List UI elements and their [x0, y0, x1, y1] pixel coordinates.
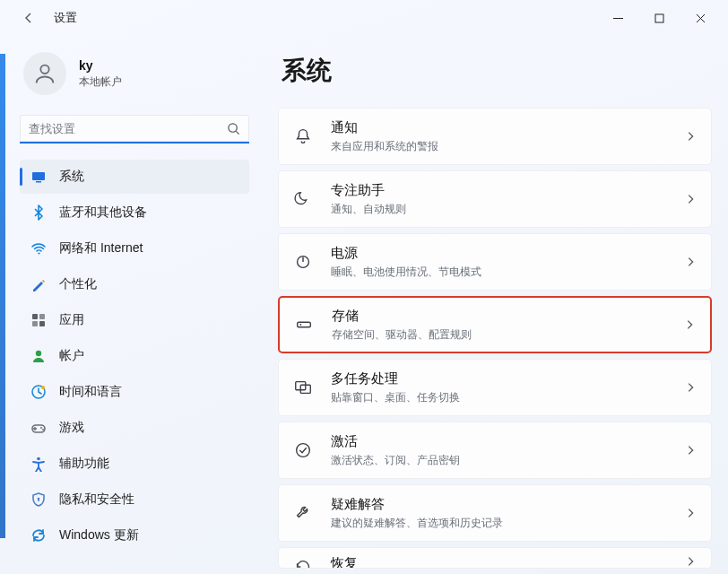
sidebar-item-label: 应用: [59, 312, 84, 328]
maximize-icon: [654, 13, 664, 23]
close-icon: [696, 13, 706, 23]
minimize-button[interactable]: [597, 4, 638, 32]
search-input[interactable]: [20, 115, 249, 144]
card-subtitle: 贴靠窗口、桌面、任务切换: [331, 390, 668, 405]
sidebar-item-update[interactable]: Windows 更新: [20, 518, 249, 552]
personalize-icon: [30, 276, 47, 292]
page-title: 系统: [278, 54, 714, 88]
settings-list: 通知来自应用和系统的警报专注助手通知、自动规则电源睡眠、电池使用情况、节电模式存…: [278, 108, 714, 574]
card-subtitle: 来自应用和系统的警报: [331, 139, 668, 154]
setting-card-recovery[interactable]: 恢复: [278, 547, 712, 569]
window-controls: [597, 4, 721, 32]
bluetooth-icon: [30, 204, 47, 221]
sidebar-item-label: 网络和 Internet: [59, 240, 143, 257]
settings-window: 设置 ky 本地帐户: [0, 0, 728, 574]
svg-rect-0: [613, 18, 623, 19]
time-icon: [30, 384, 47, 400]
chevron-right-icon: [684, 555, 697, 568]
card-title: 存储: [332, 308, 667, 325]
privacy-icon: [30, 491, 47, 508]
back-arrow-icon: [22, 11, 36, 25]
sidebar-item-gaming[interactable]: 游戏: [20, 411, 249, 445]
setting-card-activation[interactable]: 激活激活状态、订阅、产品密钥: [278, 422, 712, 479]
chevron-right-icon: [684, 130, 697, 143]
user-subtitle: 本地帐户: [79, 74, 122, 90]
titlebar: 设置: [0, 0, 728, 36]
svg-point-2: [40, 65, 48, 74]
sidebar: ky 本地帐户 系统蓝牙和其他设备网络和 Internet个性化应用帐户时间和语…: [0, 36, 269, 574]
accounts-icon: [30, 348, 47, 364]
sidebar-item-label: 时间和语言: [59, 384, 122, 400]
user-block[interactable]: ky 本地帐户: [20, 52, 249, 95]
chevron-right-icon: [683, 318, 696, 331]
sidebar-item-label: 系统: [59, 169, 84, 185]
sidebar-item-personalize[interactable]: 个性化: [20, 267, 249, 301]
apps-icon: [30, 312, 47, 328]
sidebar-item-label: 辅助功能: [59, 456, 109, 472]
sidebar-item-accounts[interactable]: 帐户: [20, 339, 249, 373]
setting-card-multitask[interactable]: 多任务处理贴靠窗口、桌面、任务切换: [278, 359, 712, 416]
card-subtitle: 存储空间、驱动器、配置规则: [332, 327, 667, 343]
card-title: 疑难解答: [331, 496, 668, 513]
bell-icon: [291, 125, 315, 148]
sidebar-item-time[interactable]: 时间和语言: [20, 375, 249, 409]
card-title: 通知: [331, 119, 668, 136]
card-title: 多任务处理: [331, 370, 668, 387]
recovery-icon: [291, 555, 315, 569]
search-box[interactable]: [20, 115, 249, 144]
card-title: 激活: [331, 433, 668, 450]
body: ky 本地帐户 系统蓝牙和其他设备网络和 Internet个性化应用帐户时间和语…: [0, 36, 728, 574]
chevron-right-icon: [684, 444, 697, 457]
main: 系统 通知来自应用和系统的警报专注助手通知、自动规则电源睡眠、电池使用情况、节电…: [269, 36, 728, 574]
multitask-icon: [291, 376, 315, 399]
maximize-button[interactable]: [638, 4, 680, 32]
sidebar-item-label: 帐户: [59, 348, 84, 364]
sidebar-item-label: 蓝牙和其他设备: [59, 204, 147, 221]
sidebar-item-accessibility[interactable]: 辅助功能: [20, 447, 249, 481]
storage-icon: [292, 313, 316, 336]
sidebar-item-privacy[interactable]: 隐私和安全性: [20, 483, 249, 517]
avatar: [23, 52, 66, 95]
sidebar-nav: 系统蓝牙和其他设备网络和 Internet个性化应用帐户时间和语言游戏辅助功能隐…: [20, 160, 249, 567]
svg-point-3: [229, 124, 237, 132]
person-icon: [32, 61, 57, 86]
card-subtitle: 通知、自动规则: [331, 202, 668, 217]
moon-icon: [291, 187, 315, 211]
update-icon: [30, 527, 47, 544]
close-button[interactable]: [680, 4, 721, 32]
minimize-icon: [613, 13, 623, 23]
sidebar-item-label: 隐私和安全性: [59, 491, 134, 508]
card-title: 专注助手: [331, 182, 668, 199]
card-title: 恢复: [331, 555, 668, 569]
sidebar-item-bluetooth[interactable]: 蓝牙和其他设备: [20, 196, 249, 230]
sidebar-item-wifi[interactable]: 网络和 Internet: [20, 231, 249, 265]
sidebar-item-apps[interactable]: 应用: [20, 303, 249, 337]
setting-card-moon[interactable]: 专注助手通知、自动规则: [278, 170, 712, 228]
chevron-right-icon: [684, 507, 697, 519]
setting-card-bell[interactable]: 通知来自应用和系统的警报: [278, 108, 712, 165]
card-subtitle: 睡眠、电池使用情况、节电模式: [331, 265, 668, 280]
accessibility-icon: [30, 456, 47, 472]
setting-card-troubleshoot[interactable]: 疑难解答建议的疑难解答、首选项和历史记录: [278, 484, 712, 542]
card-subtitle: 激活状态、订阅、产品密钥: [331, 453, 668, 468]
sidebar-item-system[interactable]: 系统: [20, 160, 249, 194]
power-icon: [291, 250, 315, 274]
back-button[interactable]: [16, 5, 41, 30]
troubleshoot-icon: [291, 501, 315, 525]
gaming-icon: [30, 420, 47, 436]
sidebar-item-label: 个性化: [59, 276, 97, 292]
wifi-icon: [30, 240, 47, 257]
activation-icon: [291, 439, 315, 462]
card-subtitle: 建议的疑难解答、首选项和历史记录: [331, 516, 668, 531]
chevron-right-icon: [684, 381, 697, 394]
window-edge-accent: [0, 54, 5, 538]
chevron-right-icon: [684, 193, 697, 205]
sidebar-item-label: Windows 更新: [59, 527, 139, 544]
chevron-right-icon: [684, 256, 697, 268]
card-title: 电源: [331, 245, 668, 262]
sidebar-item-label: 游戏: [59, 420, 84, 436]
search-icon: [227, 122, 240, 135]
setting-card-storage[interactable]: 存储存储空间、驱动器、配置规则: [278, 296, 712, 353]
app-title: 设置: [54, 10, 77, 26]
setting-card-power[interactable]: 电源睡眠、电池使用情况、节电模式: [278, 233, 712, 291]
